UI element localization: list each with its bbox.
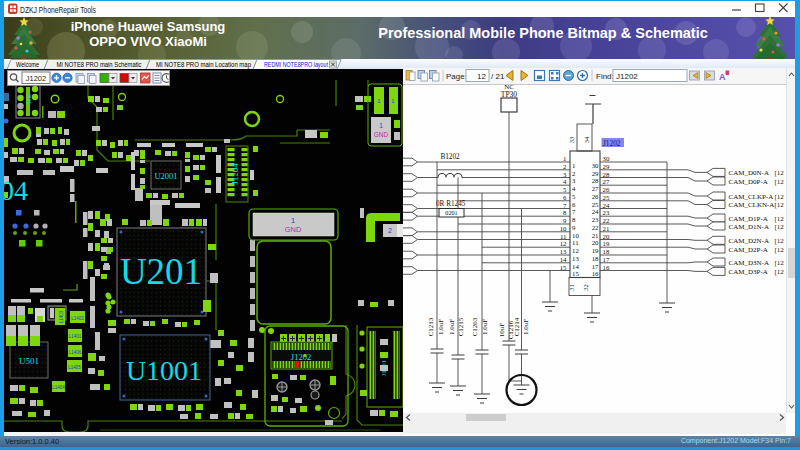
svg-text:4: 4 [563, 178, 567, 185]
svg-text:12: 12 [572, 247, 579, 254]
svg-text:[12: [12 [775, 259, 785, 267]
svg-text:TP30: TP30 [501, 90, 518, 99]
svg-text:U501: U501 [19, 356, 39, 366]
svg-text:[12: [12 [775, 169, 785, 177]
svg-text:12: 12 [477, 72, 486, 81]
svg-text:Find:: Find: [596, 72, 614, 81]
svg-text:C1215: C1215 [457, 317, 465, 336]
svg-text:1: 1 [572, 162, 575, 169]
svg-text:16: 16 [603, 264, 610, 271]
svg-text:30: 30 [603, 155, 610, 162]
svg-text:26: 26 [603, 186, 610, 193]
svg-text:DZKJ PhoneRepair Tools: DZKJ PhoneRepair Tools [20, 5, 96, 15]
svg-text:30: 30 [592, 162, 599, 169]
svg-text:1.0uF: 1.0uF [448, 319, 456, 335]
svg-text:REDMI NOTE8PRO layout: REDMI NOTE8PRO layout [264, 60, 328, 69]
svg-text:L1402: L1402 [71, 316, 84, 321]
svg-text:21: 21 [603, 225, 610, 232]
svg-text:2: 2 [572, 170, 576, 177]
svg-text:6: 6 [572, 201, 576, 208]
svg-text:11: 11 [572, 239, 579, 246]
svg-text:1: 1 [563, 155, 566, 162]
svg-text:27: 27 [603, 178, 610, 185]
svg-text:[12: [12 [775, 268, 785, 276]
svg-text:29: 29 [592, 170, 599, 177]
svg-text:3: 3 [572, 177, 576, 184]
svg-text:CAM_D3P-A: CAM_D3P-A [729, 268, 768, 276]
svg-text:304: 304 [4, 175, 28, 206]
svg-text:14: 14 [560, 256, 567, 263]
svg-text:25: 25 [603, 194, 610, 201]
svg-text:1: 1 [379, 122, 383, 129]
svg-text:J1202: J1202 [26, 74, 46, 83]
svg-text:7: 7 [572, 208, 576, 215]
svg-text:22: 22 [603, 217, 610, 224]
svg-text:Professional Mobile Phone Bitm: Professional Mobile Phone Bitmap & Schem… [378, 25, 708, 41]
svg-text:17: 17 [592, 263, 599, 270]
svg-text:19: 19 [603, 240, 610, 247]
svg-text:[12: [12 [775, 215, 785, 223]
svg-text:9: 9 [563, 217, 567, 224]
svg-text:11: 11 [560, 233, 567, 240]
svg-text:23: 23 [603, 209, 610, 216]
svg-text:CAM_D2P-A: CAM_D2P-A [729, 246, 768, 254]
svg-text:7: 7 [563, 202, 567, 209]
svg-text:3: 3 [563, 171, 567, 178]
svg-text:31: 31 [568, 284, 575, 291]
svg-text:32: 32 [582, 284, 589, 291]
svg-text:CAM_D0N-A: CAM_D0N-A [729, 169, 769, 177]
svg-text:14: 14 [572, 263, 579, 270]
svg-text:22: 22 [592, 224, 599, 231]
svg-text:iPhone Huawei Samsung: iPhone Huawei Samsung [71, 19, 226, 34]
svg-text:L1403: L1403 [59, 310, 64, 323]
svg-text:U201: U201 [120, 251, 202, 292]
svg-text:C1203: C1203 [471, 317, 479, 336]
svg-text:1202: 1202 [27, 93, 32, 104]
svg-text:28: 28 [592, 177, 599, 184]
svg-text:L1404: L1404 [52, 385, 65, 390]
svg-text:15: 15 [560, 264, 567, 271]
svg-text:J1204: J1204 [230, 163, 240, 185]
svg-text:A: A [719, 72, 726, 82]
svg-text:2: 2 [563, 163, 567, 170]
svg-text:J1202: J1202 [603, 139, 621, 148]
svg-text:33: 33 [568, 137, 575, 144]
svg-text:29: 29 [603, 163, 610, 170]
svg-text:2: 2 [388, 227, 392, 234]
svg-text:MI NOTE8 PRO main Schematic: MI NOTE8 PRO main Schematic [57, 60, 142, 69]
svg-text:CAM_CLKN-A: CAM_CLKN-A [729, 201, 775, 209]
svg-text:1.0uF: 1.0uF [437, 319, 445, 335]
svg-text:24: 24 [592, 208, 599, 215]
svg-text:5: 5 [572, 193, 576, 200]
svg-text:17: 17 [603, 256, 610, 263]
svg-text:CAM_D0P-A: CAM_D0P-A [729, 178, 768, 186]
svg-text:1.0uF: 1.0uF [481, 319, 489, 335]
svg-text:CAM_D1P-A: CAM_D1P-A [729, 215, 768, 223]
svg-text:Page:: Page: [446, 72, 467, 81]
svg-text:4: 4 [572, 185, 576, 192]
svg-text:5: 5 [563, 186, 567, 193]
svg-text:10uF: 10uF [498, 323, 506, 338]
svg-text:CAM_D1N-A: CAM_D1N-A [729, 223, 769, 231]
svg-text:18: 18 [603, 248, 610, 255]
svg-text:GND: GND [374, 131, 389, 138]
svg-text:6: 6 [563, 194, 567, 201]
svg-text:U1001: U1001 [126, 355, 202, 386]
svg-text:26: 26 [592, 193, 599, 200]
svg-text:18: 18 [592, 255, 599, 262]
svg-text:L1406: L1406 [69, 350, 82, 355]
svg-text:[12: [12 [775, 178, 785, 186]
svg-text:L1401: L1401 [69, 334, 82, 339]
svg-text:0R R1245: 0R R1245 [436, 200, 466, 208]
svg-text:15: 15 [572, 270, 579, 277]
svg-text:8: 8 [563, 209, 567, 216]
svg-text:1: 1 [291, 216, 295, 225]
svg-text:[12: [12 [775, 193, 785, 201]
svg-text:24: 24 [603, 202, 610, 209]
svg-text:J1202: J1202 [616, 72, 638, 81]
svg-text:OPPO VIVO XiaoMi: OPPO VIVO XiaoMi [89, 34, 207, 49]
svg-text:L1405: L1405 [68, 365, 81, 370]
svg-text:9: 9 [572, 224, 576, 231]
svg-text:27: 27 [592, 185, 599, 192]
svg-text:CAM_D2N-A: CAM_D2N-A [729, 237, 769, 245]
